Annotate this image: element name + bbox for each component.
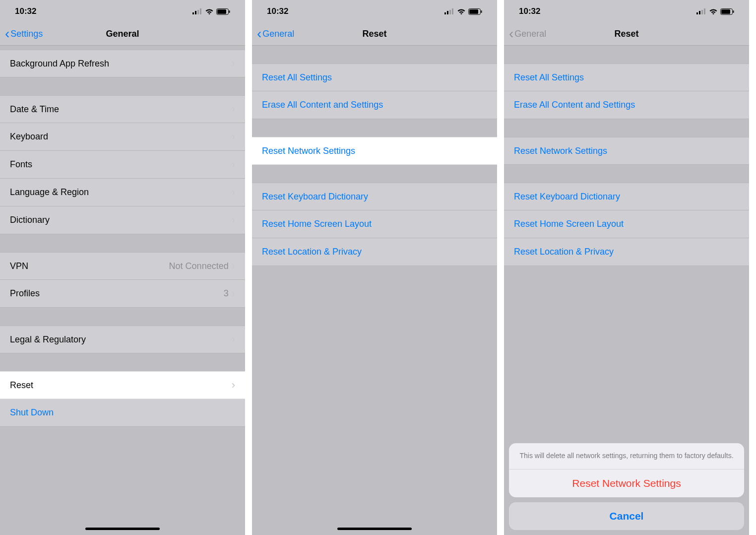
- row-reset-keyboard[interactable]: Reset Keyboard Dictionary: [252, 183, 497, 210]
- screen-general: 10:32 ‹ Settings General Background App …: [0, 0, 252, 535]
- svg-rect-16: [701, 10, 703, 14]
- row-label: Background App Refresh: [10, 59, 232, 69]
- row-reset-network[interactable]: Reset Network Settings: [504, 137, 749, 165]
- row-label: Reset Location & Privacy: [262, 247, 487, 257]
- row-background-app-refresh[interactable]: Background App Refresh ›: [0, 50, 245, 77]
- battery-icon: [720, 8, 734, 15]
- action-sheet: This will delete all network settings, r…: [509, 443, 744, 530]
- chevron-right-icon: ›: [232, 214, 235, 227]
- action-sheet-message: This will delete all network settings, r…: [509, 443, 744, 469]
- row-label: Reset Home Screen Layout: [262, 219, 487, 229]
- screen-reset-confirm: 10:32 ‹ General Reset Reset All Settings…: [504, 0, 756, 535]
- chevron-right-icon: ›: [232, 287, 235, 300]
- back-button[interactable]: ‹ Settings: [0, 27, 43, 41]
- chevron-right-icon: ›: [232, 103, 235, 116]
- row-label: Reset Home Screen Layout: [514, 219, 739, 229]
- row-reset-home[interactable]: Reset Home Screen Layout: [252, 210, 497, 238]
- nav-bar: ‹ General Reset: [252, 23, 497, 46]
- svg-rect-10: [452, 8, 453, 14]
- battery-icon: [468, 8, 482, 15]
- svg-rect-20: [733, 10, 734, 13]
- row-value: 3: [224, 288, 229, 299]
- row-erase-all[interactable]: Erase All Content and Settings: [504, 91, 749, 119]
- row-fonts[interactable]: Fonts ›: [0, 151, 245, 179]
- svg-rect-8: [447, 11, 448, 14]
- row-label: Dictionary: [10, 215, 232, 225]
- row-reset-all[interactable]: Reset All Settings: [504, 64, 749, 91]
- row-legal[interactable]: Legal & Regulatory ›: [0, 326, 245, 353]
- home-indicator[interactable]: [85, 528, 160, 530]
- back-button[interactable]: ‹ General: [504, 27, 546, 41]
- row-reset[interactable]: Reset ›: [0, 371, 245, 399]
- back-button[interactable]: ‹ General: [252, 27, 294, 41]
- row-label: Reset All Settings: [514, 72, 739, 83]
- status-indicators: [696, 8, 734, 15]
- row-vpn[interactable]: VPN Not Connected ›: [0, 252, 245, 280]
- nav-bar: ‹ Settings General: [0, 23, 245, 46]
- chevron-right-icon: ›: [232, 57, 235, 70]
- row-label: Fonts: [10, 159, 232, 170]
- row-shut-down[interactable]: Shut Down: [0, 399, 245, 427]
- wifi-icon: [709, 8, 718, 15]
- svg-rect-9: [449, 10, 451, 14]
- row-label: Keyboard: [10, 132, 232, 142]
- cellular-icon: [192, 8, 202, 14]
- status-bar: 10:32: [252, 0, 497, 23]
- row-label: Date & Time: [10, 104, 232, 115]
- action-cancel[interactable]: Cancel: [509, 502, 744, 530]
- svg-rect-13: [481, 10, 482, 13]
- row-reset-home[interactable]: Reset Home Screen Layout: [504, 210, 749, 238]
- row-label: VPN: [10, 261, 169, 271]
- svg-rect-5: [217, 9, 226, 14]
- cellular-icon: [696, 8, 706, 14]
- chevron-right-icon: ›: [232, 379, 235, 392]
- chevron-left-icon: ‹: [257, 27, 261, 41]
- row-label: Profiles: [10, 288, 224, 299]
- back-label: Settings: [10, 29, 43, 39]
- nav-bar: ‹ General Reset: [504, 23, 749, 46]
- row-language-region[interactable]: Language & Region ›: [0, 179, 245, 206]
- row-erase-all[interactable]: Erase All Content and Settings: [252, 91, 497, 119]
- row-reset-location[interactable]: Reset Location & Privacy: [252, 238, 497, 266]
- row-label: Reset Network Settings: [262, 146, 487, 156]
- row-date-time[interactable]: Date & Time ›: [0, 95, 245, 123]
- row-value: Not Connected: [169, 261, 229, 271]
- row-label: Erase All Content and Settings: [514, 100, 739, 110]
- svg-rect-19: [721, 9, 730, 14]
- action-reset-network[interactable]: Reset Network Settings: [509, 469, 744, 497]
- row-reset-location[interactable]: Reset Location & Privacy: [504, 238, 749, 266]
- general-list: Background App Refresh › Date & Time › K…: [0, 46, 245, 535]
- screen-reset: 10:32 ‹ General Reset Reset All Settings…: [252, 0, 504, 535]
- status-indicators: [444, 8, 482, 15]
- home-indicator[interactable]: [337, 528, 412, 530]
- row-label: Reset All Settings: [262, 72, 487, 83]
- action-sheet-block: This will delete all network settings, r…: [509, 443, 744, 497]
- chevron-right-icon: ›: [232, 186, 235, 199]
- back-label: General: [262, 29, 294, 39]
- row-keyboard[interactable]: Keyboard ›: [0, 123, 245, 151]
- svg-rect-12: [469, 9, 478, 14]
- chevron-right-icon: ›: [232, 333, 235, 346]
- svg-rect-1: [195, 11, 196, 14]
- status-time: 10:32: [15, 6, 36, 16]
- chevron-right-icon: ›: [232, 131, 235, 143]
- svg-rect-7: [444, 12, 446, 14]
- reset-list: Reset All Settings Erase All Content and…: [252, 46, 497, 535]
- chevron-right-icon: ›: [232, 158, 235, 171]
- cellular-icon: [444, 8, 454, 14]
- status-bar: 10:32: [0, 0, 245, 23]
- row-label: Reset Network Settings: [514, 146, 739, 156]
- row-profiles[interactable]: Profiles 3 ›: [0, 280, 245, 308]
- wifi-icon: [457, 8, 466, 15]
- svg-rect-0: [192, 12, 194, 14]
- row-dictionary[interactable]: Dictionary ›: [0, 206, 245, 234]
- row-label: Language & Region: [10, 187, 232, 198]
- row-label: Reset: [10, 380, 232, 391]
- row-reset-network[interactable]: Reset Network Settings: [252, 137, 497, 165]
- svg-rect-2: [197, 10, 199, 14]
- row-reset-keyboard[interactable]: Reset Keyboard Dictionary: [504, 183, 749, 210]
- chevron-left-icon: ‹: [5, 27, 9, 41]
- row-reset-all[interactable]: Reset All Settings: [252, 64, 497, 91]
- status-indicators: [192, 8, 230, 15]
- row-label: Shut Down: [10, 407, 235, 418]
